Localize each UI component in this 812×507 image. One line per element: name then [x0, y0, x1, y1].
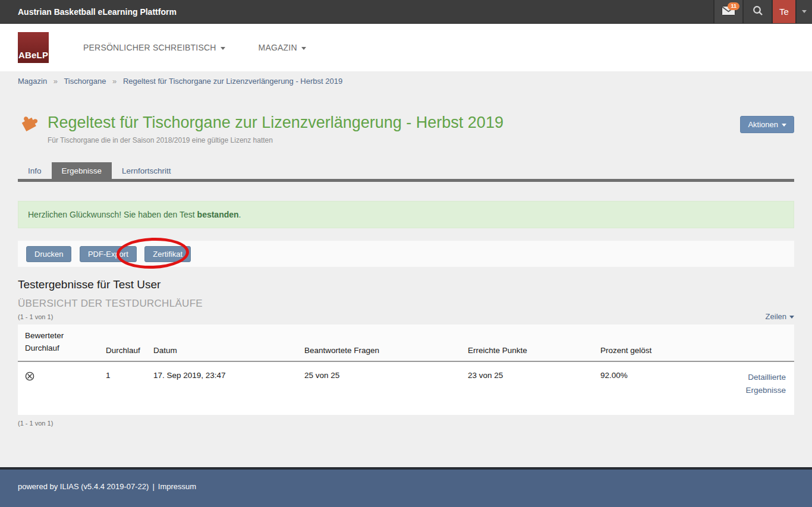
circle-x-icon — [25, 371, 34, 381]
breadcrumb-separator: » — [53, 77, 58, 86]
powered-by-text: powered by ILIAS (v5.4.4 2019-07-22) — [18, 482, 149, 491]
col-datum: Datum — [153, 325, 304, 361]
mail-button[interactable]: 11 — [713, 0, 742, 23]
user-menu-button[interactable] — [795, 0, 812, 23]
rows-dropdown[interactable]: Zeilen — [766, 312, 794, 321]
test-puzzle-icon — [18, 112, 38, 133]
tab-lernfortschritt[interactable]: Lernfortschritt — [112, 162, 181, 179]
main-nav: PERSÖNLICHER SCHREIBTISCH MAGAZIN — [83, 43, 306, 52]
avatar: Te — [773, 0, 795, 23]
chevron-down-icon — [782, 124, 786, 127]
cell-actions: Detaillierte Ergebnisse — [713, 361, 794, 415]
impressum-link[interactable]: Impressum — [158, 482, 196, 491]
results-heading: Testergebnisse für Test User — [18, 278, 794, 291]
mail-badge: 11 — [728, 2, 739, 10]
col-erreichte-punkte: Erreichte Punkte — [468, 325, 600, 361]
cell-beantwortete-fragen: 25 von 25 — [304, 361, 468, 415]
chevron-down-icon — [221, 47, 225, 50]
cell-erreichte-punkte: 23 von 25 — [468, 361, 600, 415]
pdf-export-button[interactable]: PDF-Export — [80, 246, 137, 262]
col-bewerteter-durchlauf: Bewerteter Durchlauf — [18, 325, 106, 361]
nav-item-magazin[interactable]: MAGAZIN — [259, 43, 306, 52]
cell-bewerteter-durchlauf — [18, 361, 106, 415]
topbar: Austrian Basketball eLearning Plattform … — [0, 0, 812, 24]
cell-datum: 17. Sep 2019, 23:47 — [153, 361, 304, 415]
tab-info[interactable]: Info — [18, 162, 52, 179]
success-alert: Herzlichen Glückwunsch! Sie haben den Te… — [18, 201, 794, 228]
nav-item-personal-desktop[interactable]: PERSÖNLICHER SCHREIBTISCH — [83, 43, 225, 52]
site-logo[interactable]: ABeLP — [18, 32, 49, 63]
range-top: (1 - 1 von 1) — [18, 313, 53, 320]
page-subtitle: Für Tischorgane die in der Saison 2018/2… — [48, 136, 794, 144]
search-icon — [753, 5, 763, 18]
actions-button[interactable]: Aktionen — [740, 116, 794, 133]
cell-prozent-geloest: 92.00% — [600, 361, 713, 415]
chevron-down-icon — [789, 316, 794, 319]
breadcrumb-link-regeltest[interactable]: Regeltest für Tischorgane zur Lizenzverl… — [123, 77, 342, 86]
chevron-down-icon — [301, 47, 306, 50]
page-title: Regeltest für Tischorgane zur Lizenzverl… — [48, 114, 503, 132]
site-header: ABeLP PERSÖNLICHER SCHREIBTISCH MAGAZIN — [0, 24, 812, 71]
chevron-down-icon — [802, 10, 807, 13]
page-head: Regeltest für Tischorgane zur Lizenzverl… — [0, 91, 812, 144]
table-row: 1 17. Sep 2019, 23:47 25 von 25 23 von 2… — [18, 361, 794, 415]
tabbar: Info Ergebnisse Lernfortschritt — [18, 162, 794, 182]
site-title: Austrian Basketball eLearning Plattform — [0, 0, 713, 23]
footer-separator: | — [152, 482, 154, 491]
breadcrumb: Magazin » Tischorgane » Regeltest für Ti… — [0, 71, 812, 91]
details-link[interactable]: Detaillierte Ergebnisse — [731, 371, 786, 398]
col-beantwortete-fragen: Beantwortete Fragen — [304, 325, 468, 361]
avatar-button[interactable]: Te — [772, 0, 795, 23]
table-controls: (1 - 1 von 1) Zeilen — [18, 312, 794, 321]
tab-ergebnisse[interactable]: Ergebnisse — [52, 162, 112, 179]
col-prozent-geloest: Prozent gelöst — [600, 325, 713, 361]
results-table: Bewerteter Durchlauf Durchlauf Datum Bea… — [18, 325, 794, 415]
table-header-row: Bewerteter Durchlauf Durchlauf Datum Bea… — [18, 325, 794, 361]
col-actions — [713, 325, 794, 361]
breadcrumb-link-tischorgane[interactable]: Tischorgane — [64, 77, 106, 86]
certificate-button[interactable]: Zertifikat — [144, 246, 191, 262]
cell-durchlauf: 1 — [106, 361, 153, 415]
print-button[interactable]: Drucken — [26, 246, 71, 262]
col-durchlauf: Durchlauf — [106, 325, 153, 361]
breadcrumb-separator: » — [112, 77, 117, 86]
overview-title: ÜBERSICHT DER TESTDURCHLÄUFE — [18, 298, 794, 310]
range-bottom: (1 - 1 von 1) — [18, 420, 794, 427]
toolbar: Drucken PDF-Export Zertifikat — [18, 241, 794, 267]
footer: powered by ILIAS (v5.4.4 2019-07-22)|Imp… — [0, 467, 812, 507]
search-button[interactable] — [742, 0, 772, 23]
breadcrumb-link-magazin[interactable]: Magazin — [18, 77, 47, 86]
alert-bold: bestanden — [197, 210, 239, 219]
